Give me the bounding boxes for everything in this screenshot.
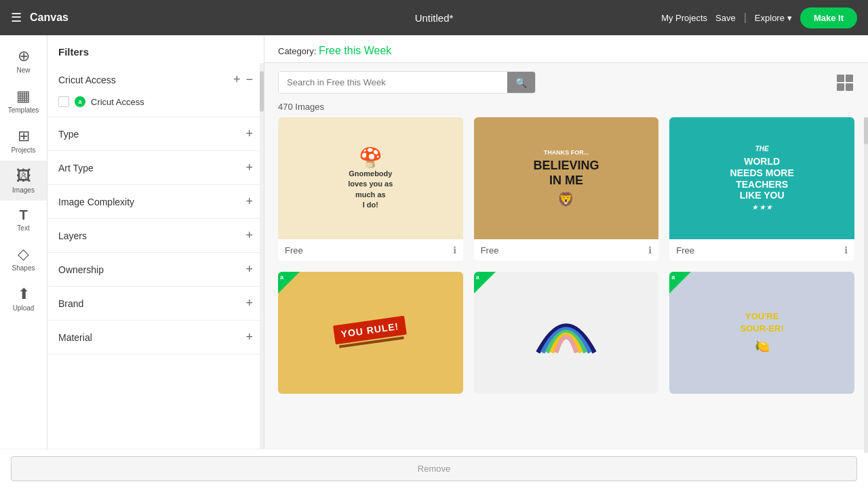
explore-button[interactable]: Explore ▾ xyxy=(755,13,792,23)
believing-illustration: THANKS FOR... BELIEVINGIN ME 🦁 xyxy=(474,117,659,239)
svg-rect-2 xyxy=(837,83,844,91)
sidebar-item-new[interactable]: ⊕ New xyxy=(0,41,47,81)
filter-section-brand: Brand + xyxy=(47,287,264,321)
sidebar-label-upload: Upload xyxy=(13,304,35,312)
content-area: Category: Free this Week 🔍 470 Ima xyxy=(264,35,868,488)
search-input[interactable] xyxy=(279,72,507,93)
filter-section-layers: Layers + xyxy=(47,219,264,253)
search-bar: 🔍 xyxy=(278,71,536,94)
filter-ownership-header[interactable]: Ownership + xyxy=(47,253,264,286)
image-free-label-2: Free xyxy=(481,245,499,256)
sidebar-label-images: Images xyxy=(12,186,35,194)
rainbow-svg xyxy=(532,306,600,360)
sidebar-item-upload[interactable]: ⬆ Upload xyxy=(0,279,47,319)
image-card-5[interactable]: a xyxy=(474,272,659,394)
topbar-right: My Projects Save | Explore ▾ Make It xyxy=(661,7,857,28)
make-it-button[interactable]: Make It xyxy=(800,7,857,28)
svg-rect-1 xyxy=(846,75,853,82)
sidebar-item-projects[interactable]: ⊞ Projects xyxy=(0,121,47,161)
image-thumb-2: THANKS FOR... BELIEVINGIN ME 🦁 xyxy=(474,117,659,239)
filters-title: Filters xyxy=(47,35,264,63)
sidebar-item-templates[interactable]: ▦ Templates xyxy=(0,81,47,121)
sidebar-item-shapes[interactable]: ◇ Shapes xyxy=(0,239,47,279)
filters-scroll[interactable]: Cricut Access + − a Cricut Access xyxy=(47,63,264,488)
my-projects-link[interactable]: My Projects xyxy=(661,13,707,23)
images-grid: 🍄 Gnomebodyloves you asmuch asI do! Free… xyxy=(278,117,854,394)
filter-section-cricut-access: Cricut Access + − a Cricut Access xyxy=(47,63,264,117)
image-card-2[interactable]: THANKS FOR... BELIEVINGIN ME 🦁 Free ℹ xyxy=(474,117,659,261)
sidebar-label-projects: Projects xyxy=(11,146,35,154)
filter-section-art-type: Art Type + xyxy=(47,151,264,185)
image-card-3[interactable]: THE WORLDNEEDS MORETEACHERSLIKE YOU ★ ★ … xyxy=(669,117,854,261)
material-expand-icon[interactable]: + xyxy=(245,330,253,344)
image-count: 470 Images xyxy=(264,102,868,117)
save-button[interactable]: Save xyxy=(715,13,736,23)
svg-rect-3 xyxy=(846,83,853,91)
filter-material-title: Material xyxy=(58,332,92,343)
sidebar-item-images[interactable]: 🖼 Images xyxy=(0,161,47,201)
topbar-divider: | xyxy=(744,12,747,24)
filter-brand-header[interactable]: Brand + xyxy=(47,287,264,320)
images-icon: 🖼 xyxy=(16,167,31,185)
cricut-badge-letter-5: a xyxy=(476,274,479,281)
filter-ownership-title: Ownership xyxy=(58,264,104,275)
icon-sidebar: ⊕ New ▦ Templates ⊞ Projects 🖼 Images T … xyxy=(0,35,47,488)
cricut-badge-letter-6: a xyxy=(671,274,675,281)
image-free-label-1: Free xyxy=(285,245,303,256)
minus-icon[interactable]: − xyxy=(245,73,253,87)
plus-icon[interactable]: + xyxy=(233,73,241,87)
main-layout: ⊕ New ▦ Templates ⊞ Projects 🖼 Images T … xyxy=(0,35,868,488)
content-scrollbar-track xyxy=(864,117,868,453)
filter-image-complexity-header[interactable]: Image Complexity + xyxy=(47,185,264,218)
info-icon-1[interactable]: ℹ xyxy=(453,245,456,256)
text-icon: T xyxy=(19,207,27,223)
gnome-illustration: 🍄 Gnomebodyloves you asmuch asI do! xyxy=(278,117,463,239)
image-card-6[interactable]: a YOU'RESOUR-ER! 🍋 xyxy=(669,272,854,394)
filter-art-type-title: Art Type xyxy=(58,163,94,174)
grid-view-icon xyxy=(835,73,854,92)
brand-expand-icon[interactable]: + xyxy=(245,296,253,310)
teachers-illustration: THE WORLDNEEDS MORETEACHERSLIKE YOU ★ ★ … xyxy=(669,117,854,239)
filter-art-type-header[interactable]: Art Type + xyxy=(47,151,264,184)
category-name[interactable]: Free this Week xyxy=(319,45,391,56)
filter-material-header[interactable]: Material + xyxy=(47,321,264,354)
art-type-expand-icon[interactable]: + xyxy=(245,161,253,175)
grid-toggle-button[interactable] xyxy=(835,73,854,92)
search-button[interactable]: 🔍 xyxy=(507,72,535,93)
upload-icon: ⬆ xyxy=(18,285,30,303)
info-icon-2[interactable]: ℹ xyxy=(648,245,652,256)
image-footer-2: Free ℹ xyxy=(474,239,659,261)
content-header: Category: Free this Week xyxy=(264,35,868,63)
filter-type-header[interactable]: Type + xyxy=(47,117,264,150)
topbar: ☰ Canvas Untitled* My Projects Save | Ex… xyxy=(0,0,868,35)
cricut-access-label: Cricut Access xyxy=(91,97,144,107)
app-brand: Canvas xyxy=(30,12,68,24)
filter-cricut-access-header[interactable]: Cricut Access + − xyxy=(47,63,264,96)
filter-layers-header[interactable]: Layers + xyxy=(47,219,264,252)
sidebar-item-text[interactable]: T Text xyxy=(0,201,47,239)
type-expand-icon[interactable]: + xyxy=(245,127,253,141)
images-scroll[interactable]: 🍄 Gnomebodyloves you asmuch asI do! Free… xyxy=(264,117,868,453)
category-prefix: Category: xyxy=(278,46,319,56)
remove-button: Remove xyxy=(47,456,264,481)
yourule-illustration: YOU RULE! xyxy=(278,272,463,394)
ownership-expand-icon[interactable]: + xyxy=(245,262,253,277)
menu-icon[interactable]: ☰ xyxy=(11,10,22,25)
image-thumb-3: THE WORLDNEEDS MORETEACHERSLIKE YOU ★ ★ … xyxy=(669,117,854,239)
info-icon-3[interactable]: ℹ xyxy=(844,245,848,256)
filter-section-image-complexity: Image Complexity + xyxy=(47,185,264,219)
filter-remove-area: Remove xyxy=(47,449,264,488)
image-complexity-expand-icon[interactable]: + xyxy=(245,195,253,209)
image-card-1[interactable]: 🍄 Gnomebodyloves you asmuch asI do! Free… xyxy=(278,117,463,261)
image-thumb-5 xyxy=(474,272,659,394)
layers-expand-icon[interactable]: + xyxy=(245,228,253,243)
cricut-access-checkbox[interactable] xyxy=(58,96,69,107)
sourer-illustration: YOU'RESOUR-ER! 🍋 xyxy=(669,272,854,394)
image-card-4[interactable]: a YOU RULE! xyxy=(278,272,463,394)
filter-cricut-access-title: Cricut Access xyxy=(58,75,116,85)
image-thumb-1: 🍄 Gnomebodyloves you asmuch asI do! xyxy=(278,117,463,239)
document-title: Untitled* xyxy=(415,12,454,24)
image-thumb-4: YOU RULE! xyxy=(278,272,463,394)
projects-icon: ⊞ xyxy=(18,127,30,145)
filter-brand-title: Brand xyxy=(58,298,83,309)
